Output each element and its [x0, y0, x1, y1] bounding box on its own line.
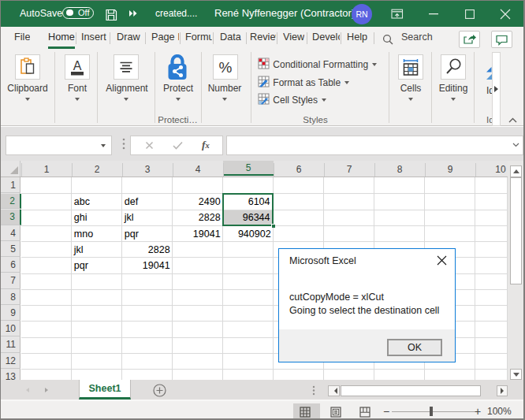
svg-text:A: A: [73, 59, 82, 72]
svg-text:%: %: [219, 59, 233, 76]
